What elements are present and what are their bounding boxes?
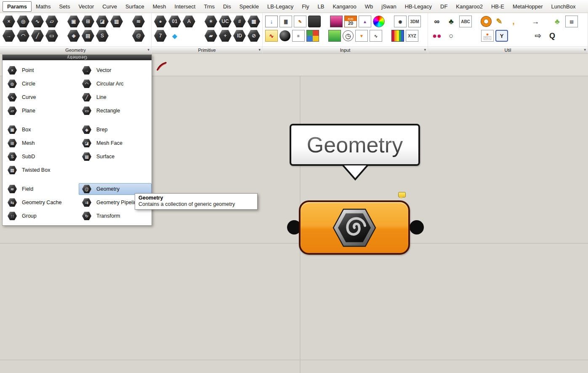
tab-lb[interactable]: LB [313,1,328,12]
menu-item-group[interactable]: ∷Group [4,210,77,222]
menu-item-subd[interactable]: SSubD [4,151,77,163]
curve-icon[interactable]: ∿ [31,16,44,27]
tab-intersect[interactable]: Intersect [170,1,200,12]
circle-icon[interactable]: ◎ [17,16,29,27]
value-list-icon[interactable]: ≡ [292,30,305,42]
surface-icon[interactable]: ▤ [82,30,94,42]
eye-icon[interactable]: ◉ [394,16,407,27]
menu-item-field[interactable]: ≋Field [4,183,77,195]
vector-icon[interactable]: → [3,30,15,42]
menu-item-point[interactable]: ×Point [4,64,77,76]
prism-icon[interactable]: ▲ [359,16,371,27]
colour-swatch-icon[interactable] [328,30,341,42]
abc-stamp-icon[interactable]: ABC [459,16,472,27]
tab-curve[interactable]: Curve [98,1,121,12]
rec-button-icon[interactable]: ●REC [481,30,494,42]
group-menu-arrow-icon[interactable]: ▾ [147,48,149,52]
line-icon[interactable]: ╱ [31,30,44,42]
arrow-outline-icon[interactable]: ⇨ [532,30,544,42]
menu-item-line[interactable]: ╱Line [79,91,152,103]
import-file-icon[interactable]: ↓ [265,16,278,27]
group-label-util[interactable]: Util▾ [428,46,588,53]
menu-item-box[interactable]: ▣Box [4,124,77,136]
tab-dis[interactable]: Dis [219,1,235,12]
menu-item-mesh[interactable]: ⊞Mesh [4,137,77,149]
rectangle-icon[interactable]: ▭ [45,30,58,42]
clipboard-icon[interactable]: ▤ [565,16,578,27]
balloon-icon[interactable] [398,192,406,197]
tab-mesh[interactable]: Mesh [149,1,170,12]
tab-surface[interactable]: Surface [121,1,149,12]
jump-icon[interactable]: , [507,16,520,27]
menu-item-brep[interactable]: ◈Brep [79,124,152,136]
group-label-input[interactable]: Input▾ [263,46,428,53]
group-menu-arrow-icon[interactable]: ▾ [424,48,426,52]
button-ring-icon[interactable] [481,16,491,27]
group-label-geometry[interactable]: Geometry▾ [0,46,151,53]
complex-icon[interactable]: ✶ [205,16,217,27]
group-menu-arrow-icon[interactable]: ▾ [584,48,586,52]
menu-item-vector[interactable]: →Vector [79,64,152,76]
file-3dm-icon[interactable]: 3DM [408,16,421,27]
domain-icon[interactable]: + [219,30,231,42]
ellipse-icon[interactable]: ○ [445,30,458,42]
box-icon[interactable]: ▣ [67,16,80,27]
button-icon[interactable] [279,30,290,41]
pencil-icon[interactable]: ✎ [493,16,506,27]
tab-metahopper[interactable]: MetaHopper [508,1,547,12]
tab-hb-e[interactable]: HB-E [487,1,508,12]
tab-lunchbox[interactable]: LunchBox [547,1,580,12]
menu-item-circle[interactable]: ◎Circle [4,78,77,90]
menu-item-plane[interactable]: ▱Plane [4,105,77,117]
menu-item-transform[interactable]: ↻Transform [79,210,152,222]
colour-wheel-icon[interactable] [373,16,385,27]
scribble-icon[interactable]: ∿ [265,30,278,42]
tree-icon[interactable]: ♣ [445,16,458,27]
guid-icon[interactable]: ID [233,30,246,42]
arrow-solid-icon[interactable]: → [529,16,542,27]
tab-hb-legacy[interactable]: HB-Legacy [401,1,436,12]
geometry-component[interactable] [299,200,410,255]
data-path-icon[interactable]: ▰ [205,30,217,42]
plane-icon[interactable]: ▱ [45,16,58,27]
mesh-face-icon[interactable]: ◪ [96,16,109,27]
binary-icon[interactable]: 01 [168,16,181,27]
cherries-icon[interactable]: ●● [431,30,443,42]
image-icon[interactable]: ▇ [279,16,292,27]
point-icon[interactable]: × [3,16,15,27]
tab-wb[interactable]: Wb [361,1,378,12]
mesh-icon[interactable]: ⊞ [82,16,94,27]
field-icon[interactable]: ≋ [132,16,145,27]
colour-icon[interactable]: ● [154,16,167,27]
output-grip[interactable] [410,220,424,234]
menu-item-rectangle[interactable]: ▭Rectangle [79,105,152,117]
menu-item-twisted-box[interactable]: ▨Twisted Box [4,164,77,176]
tab-lb-legacy[interactable]: LB-Legacy [263,1,298,12]
menu-item-geometry-cache[interactable]: ⇆Geometry Cache [4,197,77,208]
hop-icon[interactable]: ♣ [551,16,564,27]
spectrum-icon[interactable] [391,30,404,42]
tab-trns[interactable]: Trns [200,1,219,12]
group-menu-arrow-icon[interactable]: ▾ [258,48,261,52]
tab-speckle[interactable]: Speckle [235,1,263,12]
magnifier-icon[interactable]: Q [546,30,559,42]
legend-icon[interactable] [306,30,319,42]
tab-kangaroo[interactable]: Kangaroo [328,1,360,12]
menu-item-circular-arc[interactable]: ◠Circular Arc [79,78,152,90]
tab-sets[interactable]: Sets [55,1,74,12]
menu-item-mesh-face[interactable]: ◪Mesh Face [79,137,152,149]
clock-icon[interactable]: ◷ [343,30,354,41]
circular-arc-icon[interactable]: ◠ [17,30,29,42]
funnel-icon[interactable]: ▼ [355,30,368,42]
menu-item-curve[interactable]: ∿Curve [4,91,77,103]
sketch-pencil-icon[interactable] [156,61,167,72]
glasses-icon[interactable]: ∞ [431,16,443,27]
menu-item-surface[interactable]: ▤Surface [79,151,152,163]
gradient-icon[interactable] [330,16,343,27]
graph-mapper-icon[interactable]: ∿ [370,30,382,42]
tab-jswan[interactable]: jSwan [377,1,400,12]
tab-vector[interactable]: Vector [74,1,98,12]
dropdown-header[interactable]: Geometry [3,55,152,60]
calendar-icon[interactable]: AUG20 [344,16,357,27]
data-icon[interactable]: ◆ [168,30,181,42]
